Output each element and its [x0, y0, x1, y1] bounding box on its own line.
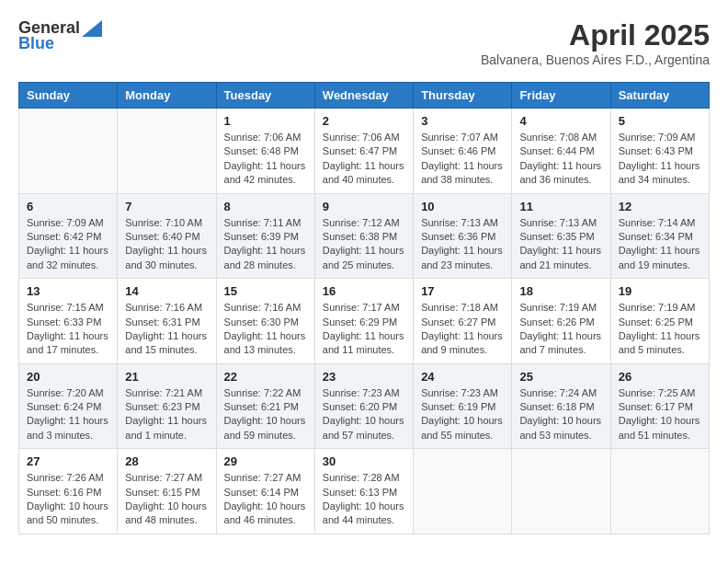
day-info: Sunrise: 7:19 AM Sunset: 6:25 PM Dayligh…: [619, 301, 701, 358]
day-info: Sunrise: 7:17 AM Sunset: 6:29 PM Dayligh…: [323, 301, 405, 358]
calendar-cell: 10Sunrise: 7:13 AM Sunset: 6:36 PM Dayli…: [414, 193, 512, 279]
day-number: 5: [619, 114, 701, 128]
calendar-cell: 18Sunrise: 7:19 AM Sunset: 6:26 PM Dayli…: [512, 279, 610, 364]
day-number: 24: [421, 370, 504, 384]
calendar-week-row: 27Sunrise: 7:26 AM Sunset: 6:16 PM Dayli…: [19, 449, 710, 534]
calendar-cell: 26Sunrise: 7:25 AM Sunset: 6:17 PM Dayli…: [610, 363, 709, 449]
day-number: 11: [519, 200, 602, 213]
day-info: Sunrise: 7:22 AM Sunset: 6:21 PM Dayligh…: [224, 386, 307, 443]
day-number: 16: [323, 284, 405, 298]
day-number: 25: [519, 370, 602, 384]
logo-blue-text: Blue: [18, 34, 54, 53]
calendar-cell: 16Sunrise: 7:17 AM Sunset: 6:29 PM Dayli…: [314, 279, 413, 364]
calendar-cell: 12Sunrise: 7:14 AM Sunset: 6:34 PM Dayli…: [610, 193, 709, 279]
day-number: 17: [421, 284, 504, 298]
calendar-cell: 17Sunrise: 7:18 AM Sunset: 6:27 PM Dayli…: [414, 279, 512, 364]
calendar-cell: 20Sunrise: 7:20 AM Sunset: 6:24 PM Dayli…: [19, 363, 118, 449]
day-number: 12: [619, 200, 701, 213]
day-info: Sunrise: 7:11 AM Sunset: 6:39 PM Dayligh…: [224, 216, 307, 273]
day-number: 3: [421, 114, 504, 128]
calendar-cell: 9Sunrise: 7:12 AM Sunset: 6:38 PM Daylig…: [314, 193, 413, 279]
day-number: 9: [323, 200, 405, 213]
calendar-cell: 6Sunrise: 7:09 AM Sunset: 6:42 PM Daylig…: [19, 193, 118, 279]
calendar-cell: 27Sunrise: 7:26 AM Sunset: 6:16 PM Dayli…: [19, 449, 118, 534]
day-of-week-header: Monday: [118, 83, 216, 109]
day-number: 26: [619, 370, 701, 384]
day-number: 6: [27, 200, 109, 213]
day-number: 20: [27, 370, 109, 384]
calendar-week-row: 1Sunrise: 7:06 AM Sunset: 6:48 PM Daylig…: [19, 109, 710, 194]
day-number: 27: [27, 454, 109, 468]
day-number: 15: [224, 284, 307, 298]
calendar-cell: 24Sunrise: 7:23 AM Sunset: 6:19 PM Dayli…: [414, 363, 512, 449]
day-number: 21: [125, 370, 208, 384]
day-info: Sunrise: 7:08 AM Sunset: 6:44 PM Dayligh…: [519, 131, 602, 188]
day-number: 13: [27, 284, 109, 298]
day-info: Sunrise: 7:16 AM Sunset: 6:31 PM Dayligh…: [125, 301, 208, 358]
calendar-cell: 13Sunrise: 7:15 AM Sunset: 6:33 PM Dayli…: [19, 279, 118, 364]
day-info: Sunrise: 7:23 AM Sunset: 6:19 PM Dayligh…: [421, 386, 504, 443]
svg-marker-0: [82, 20, 102, 37]
calendar-cell: 23Sunrise: 7:23 AM Sunset: 6:20 PM Dayli…: [314, 363, 413, 449]
day-info: Sunrise: 7:15 AM Sunset: 6:33 PM Dayligh…: [27, 301, 109, 358]
calendar-cell: [118, 109, 216, 194]
day-of-week-header: Friday: [512, 83, 610, 109]
calendar-cell: 11Sunrise: 7:13 AM Sunset: 6:35 PM Dayli…: [512, 193, 610, 279]
day-number: 29: [224, 454, 307, 468]
calendar-cell: 30Sunrise: 7:28 AM Sunset: 6:13 PM Dayli…: [314, 449, 413, 534]
calendar-cell: 4Sunrise: 7:08 AM Sunset: 6:44 PM Daylig…: [512, 109, 610, 194]
calendar-cell: 8Sunrise: 7:11 AM Sunset: 6:39 PM Daylig…: [216, 193, 314, 279]
calendar-cell: 5Sunrise: 7:09 AM Sunset: 6:43 PM Daylig…: [610, 109, 709, 194]
day-info: Sunrise: 7:18 AM Sunset: 6:27 PM Dayligh…: [421, 301, 504, 358]
day-number: 14: [125, 284, 208, 298]
calendar-cell: 25Sunrise: 7:24 AM Sunset: 6:18 PM Dayli…: [512, 363, 610, 449]
day-info: Sunrise: 7:21 AM Sunset: 6:23 PM Dayligh…: [125, 386, 208, 443]
day-info: Sunrise: 7:27 AM Sunset: 6:15 PM Dayligh…: [125, 471, 208, 528]
day-number: 4: [519, 114, 602, 128]
calendar-week-row: 13Sunrise: 7:15 AM Sunset: 6:33 PM Dayli…: [19, 279, 710, 364]
calendar-cell: 15Sunrise: 7:16 AM Sunset: 6:30 PM Dayli…: [216, 279, 314, 364]
day-of-week-header: Tuesday: [216, 83, 314, 109]
day-info: Sunrise: 7:07 AM Sunset: 6:46 PM Dayligh…: [421, 131, 504, 188]
calendar-cell: 28Sunrise: 7:27 AM Sunset: 6:15 PM Dayli…: [118, 449, 216, 534]
calendar-header-row: SundayMondayTuesdayWednesdayThursdayFrid…: [19, 83, 710, 109]
day-of-week-header: Saturday: [610, 83, 709, 109]
calendar-week-row: 6Sunrise: 7:09 AM Sunset: 6:42 PM Daylig…: [19, 193, 710, 279]
month-title: April 2025: [481, 18, 710, 52]
day-number: 30: [323, 454, 405, 468]
day-number: 28: [125, 454, 208, 468]
day-info: Sunrise: 7:26 AM Sunset: 6:16 PM Dayligh…: [27, 471, 109, 528]
header: General Blue April 2025 Balvanera, Bueno…: [18, 18, 710, 67]
day-number: 18: [519, 284, 602, 298]
calendar-cell: 29Sunrise: 7:27 AM Sunset: 6:14 PM Dayli…: [216, 449, 314, 534]
day-info: Sunrise: 7:12 AM Sunset: 6:38 PM Dayligh…: [323, 216, 405, 273]
calendar-cell: 21Sunrise: 7:21 AM Sunset: 6:23 PM Dayli…: [118, 363, 216, 449]
day-of-week-header: Wednesday: [314, 83, 413, 109]
day-info: Sunrise: 7:27 AM Sunset: 6:14 PM Dayligh…: [224, 471, 307, 528]
logo: General Blue: [18, 18, 102, 53]
title-area: April 2025 Balvanera, Buenos Aires F.D.,…: [481, 18, 710, 67]
day-info: Sunrise: 7:19 AM Sunset: 6:26 PM Dayligh…: [519, 301, 602, 358]
logo-icon: [82, 20, 102, 37]
day-info: Sunrise: 7:09 AM Sunset: 6:42 PM Dayligh…: [27, 216, 109, 273]
day-info: Sunrise: 7:25 AM Sunset: 6:17 PM Dayligh…: [619, 386, 701, 443]
day-number: 10: [421, 200, 504, 213]
day-info: Sunrise: 7:13 AM Sunset: 6:36 PM Dayligh…: [421, 216, 504, 273]
day-info: Sunrise: 7:06 AM Sunset: 6:48 PM Dayligh…: [224, 131, 307, 188]
day-info: Sunrise: 7:09 AM Sunset: 6:43 PM Dayligh…: [619, 131, 701, 188]
calendar-cell: [512, 449, 610, 534]
calendar-cell: 7Sunrise: 7:10 AM Sunset: 6:40 PM Daylig…: [118, 193, 216, 279]
day-number: 2: [323, 114, 405, 128]
day-number: 1: [224, 114, 307, 128]
day-of-week-header: Thursday: [414, 83, 512, 109]
calendar-cell: 22Sunrise: 7:22 AM Sunset: 6:21 PM Dayli…: [216, 363, 314, 449]
day-info: Sunrise: 7:28 AM Sunset: 6:13 PM Dayligh…: [323, 471, 405, 528]
calendar-cell: [414, 449, 512, 534]
day-info: Sunrise: 7:10 AM Sunset: 6:40 PM Dayligh…: [125, 216, 208, 273]
calendar-cell: 2Sunrise: 7:06 AM Sunset: 6:47 PM Daylig…: [314, 109, 413, 194]
day-info: Sunrise: 7:14 AM Sunset: 6:34 PM Dayligh…: [619, 216, 701, 273]
calendar-cell: 19Sunrise: 7:19 AM Sunset: 6:25 PM Dayli…: [610, 279, 709, 364]
day-number: 8: [224, 200, 307, 213]
calendar-cell: [19, 109, 118, 194]
calendar-week-row: 20Sunrise: 7:20 AM Sunset: 6:24 PM Dayli…: [19, 363, 710, 449]
